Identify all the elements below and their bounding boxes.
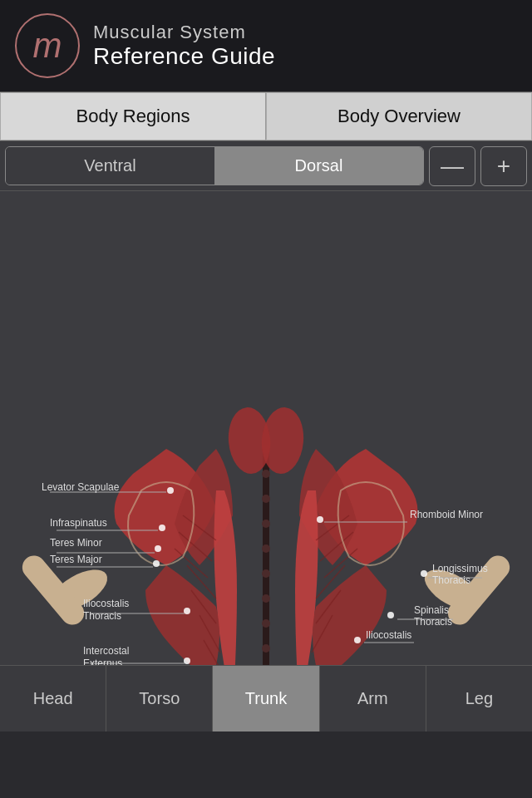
svg-point-16 [262,619,270,628]
svg-text:Rhomboid Minor: Rhomboid Minor [410,509,483,520]
svg-text:Iliocostalis: Iliocostalis [366,629,411,641]
nav-head[interactable]: Head [0,666,106,732]
zoom-controls: — + [429,146,527,185]
svg-text:Levator Scapulae: Levator Scapulae [42,481,120,493]
main-tab-bar: Body Regions Body Overview [0,91,532,141]
svg-text:Infraspinatus: Infraspinatus [50,517,107,529]
nav-torso[interactable]: Torso [106,666,213,732]
svg-point-45 [387,612,394,618]
zoom-out-button[interactable]: — [429,146,475,186]
svg-point-14 [262,569,270,578]
svg-point-41 [184,658,190,664]
nav-arm[interactable]: Arm [320,666,426,732]
logo-letter: m [33,28,62,63]
svg-point-12 [262,520,270,528]
svg-text:Spinalis: Spinalis [414,604,449,616]
app-header: m Muscular System Reference Guide [0,0,532,91]
svg-point-13 [262,544,270,553]
tab-body-overview[interactable]: Body Overview [266,92,532,140]
svg-point-17 [262,644,270,653]
svg-text:Teres Minor: Teres Minor [50,537,102,549]
svg-point-40 [184,608,190,614]
svg-text:Thoracis: Thoracis [432,574,470,586]
anatomy-display[interactable]: Levator Scapulae Infraspinatus Teres Min… [0,191,532,665]
svg-text:Longissimus: Longissimus [432,563,488,574]
svg-text:Teres Major: Teres Major [50,554,102,565]
svg-text:Thoracis: Thoracis [414,616,452,628]
zoom-in-button[interactable]: + [480,146,527,186]
dorsal-button[interactable]: Dorsal [214,147,423,185]
tab-body-regions[interactable]: Body Regions [0,92,266,140]
svg-text:Iliocostalis: Iliocostalis [83,598,129,609]
view-toggle: Ventral Dorsal [5,146,424,185]
logo-circle: m [15,13,80,78]
ventral-button[interactable]: Ventral [6,147,214,185]
svg-text:Thoracis: Thoracis [83,610,121,622]
anatomy-illustration: Levator Scapulae Infraspinatus Teres Min… [0,191,532,665]
view-controls: Ventral Dorsal — + [0,141,532,191]
bottom-navigation: Head Torso Trunk Arm Leg [0,665,532,732]
svg-point-38 [155,545,161,552]
svg-point-36 [167,487,174,494]
svg-point-15 [262,594,270,603]
svg-point-39 [153,560,160,567]
svg-point-46 [354,637,361,643]
svg-point-37 [159,525,165,531]
svg-point-11 [262,495,270,503]
header-text: Muscular System Reference Guide [93,22,275,70]
nav-trunk[interactable]: Trunk [213,666,319,732]
nav-leg[interactable]: Leg [426,666,532,732]
svg-point-10 [262,470,270,478]
app-title-bottom: Reference Guide [93,43,275,70]
svg-text:Externus: Externus [83,658,122,665]
svg-text:Intercostal: Intercostal [83,645,129,657]
app-title-top: Muscular System [93,22,275,43]
svg-point-43 [317,516,323,523]
svg-point-44 [421,570,427,577]
